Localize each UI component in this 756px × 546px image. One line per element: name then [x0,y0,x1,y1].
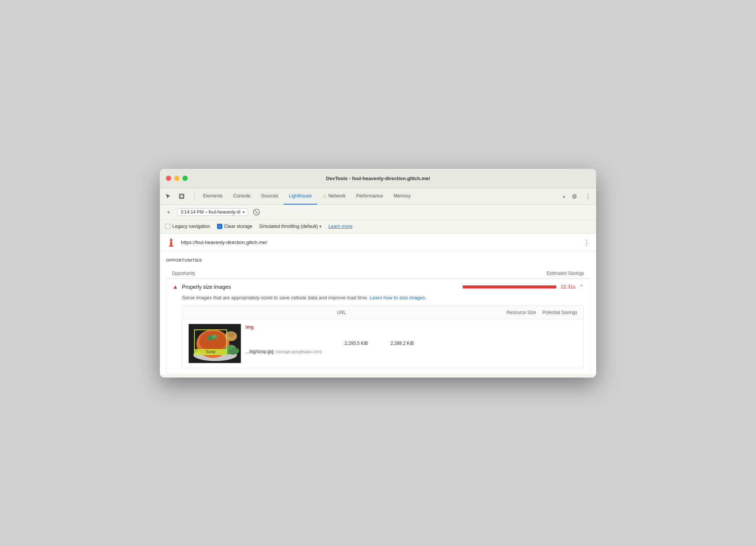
svg-rect-7 [170,241,173,242]
opportunity-description: Serve images that are appropriately-size… [172,295,584,300]
session-label: 3:14:14 PM – foul-heavenly-di [181,209,240,215]
url-bar: https://foul-heavenly-direction.glitch.m… [160,234,596,252]
col-header-opportunity: Opportunity [172,271,524,276]
devtools-window: DevTools - foul-heavenly-direction.glitc… [160,169,596,378]
sub-col-savings-header: Potential Savings [536,310,577,315]
secondary-toolbar: + 3:14:14 PM – foul-heavenly-di ▾ [160,205,596,220]
tab-icons-group [163,191,187,202]
window-title: DevTools - foul-heavenly-direction.glitc… [326,176,430,181]
throttle-dropdown-icon[interactable]: ▾ [319,224,322,229]
network-warning-icon: ⚠ [322,193,327,199]
opportunity-title: Properly size images [182,284,459,290]
clear-storage-checkbox[interactable] [217,224,222,229]
opportunities-title: OPPORTUNITIES [166,258,590,262]
close-button[interactable] [166,176,171,181]
opportunity-row-header[interactable]: ▲ Properly size images 22.31s ⌃ [166,279,590,295]
session-dropdown-icon: ▾ [243,210,245,215]
svg-rect-1 [180,195,183,198]
page-url: https://foul-heavenly-direction.glitch.m… [181,240,579,245]
toolbar-actions: ⚙ ⋮ [569,191,593,202]
img-label: Soop [195,349,226,354]
maximize-button[interactable] [182,176,188,181]
sub-table-header: URL Resource Size Potential Savings [182,306,583,319]
layers-icon[interactable] [176,191,187,202]
session-selector[interactable]: 3:14:14 PM – foul-heavenly-di ▾ [177,208,248,216]
tab-performance[interactable]: Performance [351,188,389,205]
settings-icon[interactable]: ⚙ [569,191,580,202]
svg-marker-4 [170,238,173,240]
img-thumbnail-wrapper: Soop [188,324,241,363]
sub-col-size-header: Resource Size [495,310,536,315]
sub-table-row: Soop img ...big/soop.jpg (storage.google… [182,319,583,368]
url-more-options[interactable]: ⋮ [583,238,590,247]
sub-col-url-header: URL [188,310,495,315]
add-session-button[interactable]: + [164,208,173,216]
savings-bar [463,285,556,288]
legacy-navigation-checkbox-label[interactable]: Legacy navigation [165,224,210,229]
devtools-tabs-bar: Elements Console Sources Lighthouse ⚠ Ne… [160,188,596,205]
tab-console[interactable]: Console [228,188,256,205]
img-source-text: (storage.googleapis.com) [275,349,322,354]
svg-line-3 [255,211,258,214]
img-overlay-box: Soop [194,329,227,355]
sub-cell-resource-size: 2,293.5 KiB [326,341,368,346]
img-url-info: img ...big/soop.jpg (storage.googleapis.… [246,324,322,355]
tab-sources[interactable]: Sources [256,188,284,205]
col-header-savings: Estimated Savings [524,271,584,276]
img-thumbnail: Soop [188,324,241,363]
clear-storage-checkbox-label[interactable]: Clear storage [217,224,252,229]
more-options-icon[interactable]: ⋮ [583,191,593,202]
lighthouse-logo-icon [166,237,176,248]
more-tabs-button[interactable]: » [559,194,569,199]
tabs-divider [194,192,195,201]
opportunity-warn-icon: ▲ [172,284,178,290]
throttle-text: Simulated throttling (default) [259,224,318,229]
img-url-text: ...big/soop.jpg [246,349,274,354]
main-content: https://foul-heavenly-direction.glitch.m… [160,234,596,375]
throttle-label-group: Simulated throttling (default) ▾ [259,224,322,229]
learn-how-link[interactable]: Learn how to size images [370,295,425,300]
opportunity-body: Serve images that are appropriately-size… [166,295,590,374]
cursor-icon[interactable] [163,191,173,202]
tab-network[interactable]: ⚠ Network [317,188,351,205]
opportunities-section: OPPORTUNITIES Opportunity Estimated Savi… [160,252,596,375]
options-bar: Legacy navigation Clear storage Simulate… [160,220,596,234]
opportunities-table-header: Opportunity Estimated Savings [166,268,590,279]
sub-table: URL Resource Size Potential Savings [182,306,584,368]
tab-elements[interactable]: Elements [198,188,228,205]
legacy-navigation-checkbox[interactable] [165,224,170,229]
tab-lighthouse[interactable]: Lighthouse [284,188,317,205]
traffic-lights [166,176,188,181]
stop-session-button[interactable] [253,208,260,216]
legacy-navigation-label: Legacy navigation [172,224,210,229]
learn-more-link[interactable]: Learn more [328,224,352,229]
opportunity-chevron-icon[interactable]: ⌃ [579,284,584,290]
img-tag: img [246,325,322,330]
title-bar: DevTools - foul-heavenly-direction.glitc… [160,169,596,188]
savings-value: 22.31s [561,284,575,290]
opportunity-row-properly-size-images: ▲ Properly size images 22.31s ⌃ Serve im… [166,279,590,375]
svg-rect-6 [169,246,173,247]
savings-bar-container: 22.31s [463,284,575,290]
tab-memory[interactable]: Memory [388,188,416,205]
clear-storage-label: Clear storage [224,224,252,229]
sub-cell-potential-savings: 2,268.2 KiB [372,341,414,346]
minimize-button[interactable] [174,176,179,181]
img-url-block: ...big/soop.jpg (storage.googleapis.com) [246,348,322,355]
img-cell: Soop img ...big/soop.jpg (storage.google… [188,324,322,363]
tabs-list: Elements Console Sources Lighthouse ⚠ Ne… [198,188,416,205]
svg-point-15 [227,332,235,337]
